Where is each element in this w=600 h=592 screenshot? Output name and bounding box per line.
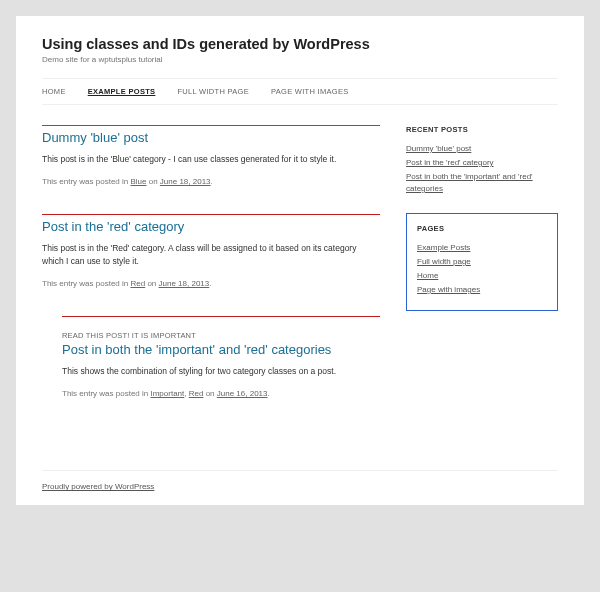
nav-item[interactable]: FULL WIDTH PAGE	[177, 87, 249, 96]
post-meta: This entry was posted in Blue on June 18…	[42, 177, 380, 186]
list-item: Full width page	[417, 256, 547, 268]
site-title: Using classes and IDs generated by WordP…	[42, 36, 558, 52]
list-item: Page with images	[417, 284, 547, 296]
important-label: READ THIS POST! IT IS IMPORTANT	[62, 331, 380, 340]
post: Dummy 'blue' postThis post is in the 'Bl…	[42, 125, 380, 186]
widget-title: PAGES	[417, 224, 547, 233]
list-item: Post in the 'red' category	[406, 157, 558, 169]
list-item: Home	[417, 270, 547, 282]
footer-credit-link[interactable]: Proudly powered by WordPress	[42, 482, 154, 491]
widget-title: RECENT POSTS	[406, 125, 558, 134]
post-title: Post in both the 'important' and 'red' c…	[62, 342, 380, 357]
post-title-link[interactable]: Post in both the 'important' and 'red' c…	[62, 342, 331, 357]
page-container: Using classes and IDs generated by WordP…	[16, 16, 584, 505]
post: Post in the 'red' categoryThis post is i…	[42, 214, 380, 288]
page-link[interactable]: Full width page	[417, 257, 471, 266]
page-link[interactable]: Example Posts	[417, 243, 470, 252]
sidebar: RECENT POSTS Dummy 'blue' postPost in th…	[406, 125, 558, 426]
site-footer: Proudly powered by WordPress	[42, 470, 558, 491]
category-rule	[42, 214, 380, 215]
post-title-link[interactable]: Post in the 'red' category	[42, 219, 184, 234]
post-excerpt: This shows the combination of styling fo…	[62, 365, 380, 377]
post-meta: This entry was posted in Red on June 18,…	[42, 279, 380, 288]
primary-nav: HOMEEXAMPLE POSTSFULL WIDTH PAGEPAGE WIT…	[42, 78, 558, 105]
post-title: Post in the 'red' category	[42, 219, 380, 234]
date-link[interactable]: June 18, 2013	[160, 177, 211, 186]
post: READ THIS POST! IT IS IMPORTANTPost in b…	[42, 316, 380, 398]
widget-pages: PAGES Example PostsFull width pageHomePa…	[406, 213, 558, 311]
nav-item[interactable]: PAGE WITH IMAGES	[271, 87, 349, 96]
content-layout: Dummy 'blue' postThis post is in the 'Bl…	[42, 125, 558, 426]
page-link[interactable]: Home	[417, 271, 438, 280]
site-tagline: Demo site for a wptutsplus tutorial	[42, 55, 558, 64]
date-link[interactable]: June 18, 2013	[159, 279, 210, 288]
page-link[interactable]: Page with images	[417, 285, 480, 294]
category-link[interactable]: Blue	[130, 177, 146, 186]
widget-recent-posts: RECENT POSTS Dummy 'blue' postPost in th…	[406, 125, 558, 195]
list-item: Example Posts	[417, 242, 547, 254]
list-item: Post in both the 'important' and 'red' c…	[406, 171, 558, 195]
post-meta: This entry was posted in Important, Red …	[62, 389, 380, 398]
list-item: Dummy 'blue' post	[406, 143, 558, 155]
nav-item[interactable]: EXAMPLE POSTS	[88, 87, 156, 96]
pages-list: Example PostsFull width pageHomePage wit…	[417, 242, 547, 296]
nav-item[interactable]: HOME	[42, 87, 66, 96]
post-title: Dummy 'blue' post	[42, 130, 380, 145]
category-link[interactable]: Red	[130, 279, 145, 288]
recent-posts-list: Dummy 'blue' postPost in the 'red' categ…	[406, 143, 558, 195]
date-link[interactable]: June 16, 2013	[217, 389, 268, 398]
post-excerpt: This post is in the 'Blue' category - I …	[42, 153, 380, 165]
post-excerpt: This post is in the 'Red' category. A cl…	[42, 242, 380, 267]
recent-post-link[interactable]: Post in both the 'important' and 'red' c…	[406, 172, 533, 193]
main-content: Dummy 'blue' postThis post is in the 'Bl…	[42, 125, 380, 426]
category-link[interactable]: Red	[189, 389, 204, 398]
post-title-link[interactable]: Dummy 'blue' post	[42, 130, 148, 145]
category-rule	[62, 316, 380, 317]
category-link[interactable]: Important	[150, 389, 184, 398]
recent-post-link[interactable]: Post in the 'red' category	[406, 158, 494, 167]
recent-post-link[interactable]: Dummy 'blue' post	[406, 144, 471, 153]
category-rule	[42, 125, 380, 126]
